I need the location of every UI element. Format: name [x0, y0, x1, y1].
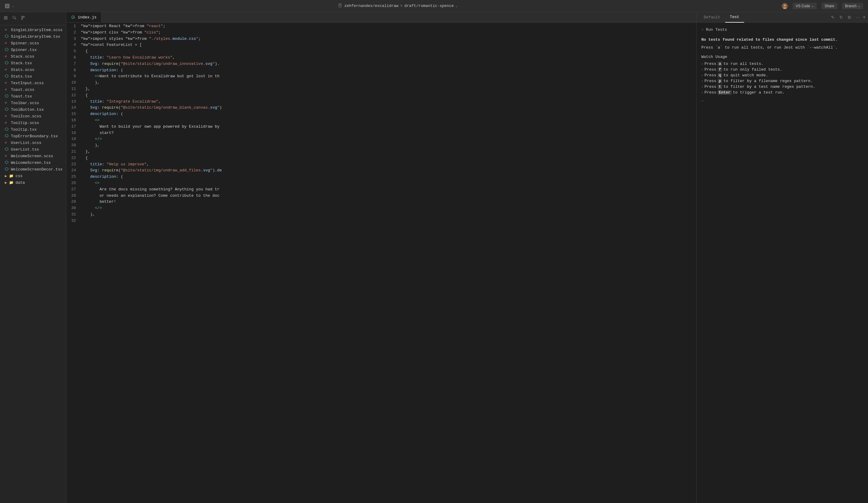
code-line: <>: [79, 180, 696, 187]
code-line: better!: [79, 199, 696, 205]
folder-name: data: [16, 180, 25, 185]
run-tests-label: Run Tests: [706, 28, 727, 32]
sidebar-file-item[interactable]: # SingleLibraryItem.scss: [0, 27, 66, 33]
titlebar-center: zehfernandes/excalidraw ⌥ draft/romantic…: [338, 3, 457, 9]
repo-path: zehfernandes/excalidraw: [344, 4, 398, 8]
sidebar-file-name: SingleLibraryItem.scss: [11, 28, 63, 32]
sidebar-file-item[interactable]: Stats.tsx: [0, 73, 66, 80]
panel-copy-btn[interactable]: ⧉: [847, 14, 852, 21]
svg-point-13: [21, 16, 23, 17]
sidebar-file-item[interactable]: SingleLibraryItem.tsx: [0, 33, 66, 40]
sidebar-file-item[interactable]: Stack.tsx: [0, 60, 66, 67]
code-line: Svg: require("@site/static/img/undraw_ad…: [79, 168, 696, 174]
sidebar-file-item[interactable]: # UserList.scss: [0, 139, 66, 146]
tab-default[interactable]: Default: [699, 12, 725, 23]
share-button[interactable]: Share: [822, 3, 837, 9]
file-icon: [338, 3, 342, 9]
panel-add-btn[interactable]: +: [863, 14, 866, 20]
cursor-line: _: [701, 97, 863, 102]
sidebar-file-item[interactable]: # Toolbar.scss: [0, 100, 66, 106]
svg-text:JS: JS: [72, 16, 74, 19]
sidebar-file-item[interactable]: # Stats.scss: [0, 67, 66, 73]
editor-tab-active[interactable]: JS index.js: [66, 12, 102, 22]
sidebar-file-name: Toast.scss: [11, 88, 34, 92]
window-icon: [5, 4, 10, 9]
tab-filename: index.js: [78, 15, 96, 20]
sidebar-file-item[interactable]: # ToolIcon.scss: [0, 113, 66, 120]
sidebar-file-item[interactable]: # Stack.scss: [0, 53, 66, 60]
code-line: {: [79, 92, 696, 99]
sidebar-file-item[interactable]: Tooltip.tsx: [0, 126, 66, 133]
sidebar-file-name: SingleLibraryItem.tsx: [11, 34, 60, 39]
sidebar-file-name: Stack.tsx: [11, 61, 32, 66]
sidebar-file-list: # SingleLibraryItem.scss SingleLibraryIt…: [0, 26, 66, 503]
code-line: start?: [79, 130, 696, 137]
sidebar-search-icon[interactable]: [12, 16, 17, 22]
main-layout: # SingleLibraryItem.scss SingleLibraryIt…: [0, 12, 868, 503]
sidebar-file-item[interactable]: WelcomeScreen.tsx: [0, 159, 66, 166]
sidebar-folder-item[interactable]: ▶ 📁 data: [0, 179, 66, 186]
press-a-message: Press `a` to run all tests, or run Jest …: [701, 45, 863, 50]
panel-edit-btn[interactable]: ✎: [830, 14, 836, 20]
code-line: </>: [79, 205, 696, 212]
branch-separator: ⌥: [400, 4, 403, 9]
sidebar-file-name: WelcomeScreenDecor.tsx: [11, 167, 63, 172]
code-line: description: (: [79, 174, 696, 180]
sidebar-file-item[interactable]: Toast.tsx: [0, 93, 66, 100]
sidebar-file-name: Tooltip.scss: [11, 121, 39, 125]
window-dropdown-icon[interactable]: ⌄: [12, 4, 14, 8]
folder-name: css: [16, 174, 22, 178]
branch-label: Branch: [845, 4, 857, 8]
sidebar-file-item[interactable]: # TextInput.scss: [0, 80, 66, 86]
code-editor[interactable]: 1234567891011121314151617181920212223242…: [66, 23, 696, 503]
svg-rect-9: [4, 18, 6, 19]
code-line: Svg: require("@site/static/img/undraw_bl…: [79, 105, 696, 111]
sidebar-file-item[interactable]: TopErrorBoundary.tsx: [0, 133, 66, 139]
sidebar-file-item[interactable]: ToolButton.tsx: [0, 106, 66, 113]
sidebar-file-name: ToolIcon.scss: [11, 114, 41, 119]
sidebar-file-name: Stats.scss: [11, 68, 34, 72]
tab-test[interactable]: Test: [725, 12, 744, 23]
branch-button[interactable]: Branch ⌄: [842, 3, 863, 9]
code-line: {: [79, 48, 696, 54]
sidebar: # SingleLibraryItem.scss SingleLibraryIt…: [0, 12, 66, 503]
sidebar-folder-item[interactable]: ▶ 📁 css: [0, 173, 66, 179]
panel-refresh-btn[interactable]: ↻: [838, 14, 844, 20]
sidebar-git-icon[interactable]: [21, 16, 25, 22]
vscode-button[interactable]: VS Code ⌄: [793, 3, 817, 9]
branch-dropdown-icon[interactable]: ⌄: [456, 4, 458, 8]
code-line: "kw">const FeatureList = [: [79, 42, 696, 48]
code-line: or needs an explanation? Come contribute…: [79, 193, 696, 199]
svg-rect-7: [4, 16, 6, 18]
sidebar-file-item[interactable]: Spinner.tsx: [0, 47, 66, 53]
sidebar-file-name: Toast.tsx: [11, 94, 32, 99]
code-line: title: "Help us improve",: [79, 161, 696, 168]
svg-point-14: [23, 16, 24, 17]
run-tests-chevron: ›: [701, 28, 703, 32]
editor-tabs: JS index.js: [66, 12, 696, 23]
code-line: ),: [79, 212, 696, 218]
sidebar-file-name: Spinner.scss: [11, 41, 39, 46]
watch-usage-item: › Press Enter to trigger a test run.: [701, 90, 863, 95]
sidebar-file-item[interactable]: # WelcomeScreen.scss: [0, 153, 66, 159]
sidebar-file-item[interactable]: # Toast.scss: [0, 86, 66, 93]
watch-usage-title: Watch Usage: [701, 54, 863, 59]
sidebar-file-name: WelcomeScreen.tsx: [11, 161, 51, 165]
watch-usage-item: › Press p to filter by a filename regex …: [701, 79, 863, 83]
code-line: title: "Integrate Excalidraw",: [79, 99, 696, 105]
user-avatar: [782, 3, 788, 9]
sidebar-file-name: Stack.scss: [11, 54, 34, 59]
run-tests-row[interactable]: › Run Tests: [701, 28, 863, 32]
code-line: <>Want to contribute to Excalidraw but g…: [79, 73, 696, 80]
branch-btn-dropdown-icon: ⌄: [858, 4, 860, 8]
panel-actions: ✎ ↻ ⧉ ··· +: [830, 14, 866, 21]
sidebar-menu-icon[interactable]: [3, 16, 8, 22]
sidebar-file-item[interactable]: # Tooltip.scss: [0, 120, 66, 126]
panel-more-btn[interactable]: ···: [855, 14, 860, 20]
test-panel-content: › Run Tests No tests found related to fi…: [696, 23, 868, 503]
code-line: title: "Learn how Excalidraw works",: [79, 54, 696, 61]
sidebar-file-item[interactable]: WelcomeScreenDecor.tsx: [0, 166, 66, 173]
titlebar-right: VS Code ⌄ Share Branch ⌄: [782, 3, 863, 9]
sidebar-file-item[interactable]: # Spinner.scss: [0, 40, 66, 47]
sidebar-file-item[interactable]: UserList.tsx: [0, 146, 66, 153]
